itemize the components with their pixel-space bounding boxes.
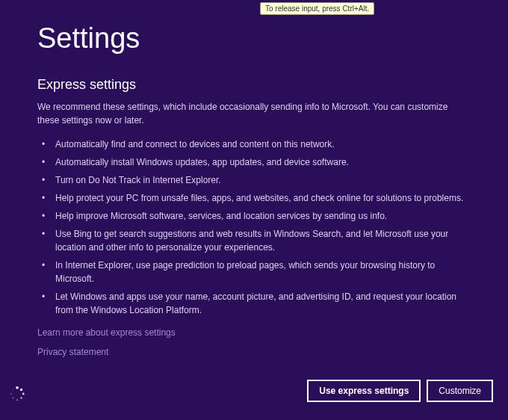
footer-links: Learn more about express settings Privac…: [37, 327, 176, 366]
customize-button[interactable]: Customize: [427, 380, 493, 402]
svg-point-6: [10, 393, 12, 395]
privacy-statement-link[interactable]: Privacy statement: [37, 347, 176, 357]
list-item: Automatically install Windows updates, a…: [37, 155, 471, 169]
list-item: Help protect your PC from unsafe files, …: [37, 191, 471, 205]
svg-point-0: [16, 386, 19, 389]
button-row: Use express settings Customize: [307, 380, 493, 402]
svg-point-1: [20, 389, 22, 391]
settings-bullet-list: Automatically find and connect to device…: [37, 138, 471, 317]
list-item: Let Windows and apps use your name, acco…: [37, 290, 471, 317]
svg-point-5: [12, 397, 13, 398]
svg-point-2: [22, 393, 25, 395]
page-title: Settings: [37, 22, 471, 55]
list-item: Help improve Microsoft software, service…: [37, 209, 471, 223]
list-item: Automatically find and connect to device…: [37, 138, 471, 151]
section-subtitle: Express settings: [37, 77, 471, 93]
vm-input-tooltip: To release input, press Ctrl+Alt.: [260, 2, 374, 15]
svg-point-7: [13, 389, 14, 391]
list-item: In Internet Explorer, use page predictio…: [37, 259, 471, 285]
busy-icon: [9, 386, 25, 402]
section-intro: We recommend these settings, which inclu…: [37, 100, 471, 127]
svg-point-3: [20, 397, 22, 399]
svg-point-4: [16, 399, 18, 401]
list-item: Turn on Do Not Track in Internet Explore…: [37, 173, 471, 187]
learn-more-link[interactable]: Learn more about express settings: [37, 327, 176, 338]
settings-panel: Settings Express settings We recommend t…: [0, 0, 508, 317]
list-item: Use Bing to get search suggestions and w…: [37, 227, 471, 254]
use-express-settings-button[interactable]: Use express settings: [307, 380, 421, 402]
